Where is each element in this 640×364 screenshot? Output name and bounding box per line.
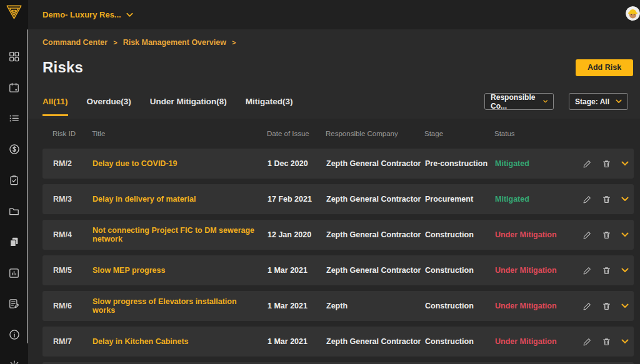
chevron-down-icon <box>126 12 133 17</box>
expand-chevron-icon[interactable] <box>621 339 629 344</box>
edit-pencil-icon[interactable] <box>582 230 592 240</box>
risk-status: Under Mitigation <box>495 337 582 346</box>
risk-status: Under Mitigation <box>495 302 582 310</box>
table-row: RM/7 Delay in Kitchen Cabinets 1 Mar 202… <box>42 327 634 357</box>
risk-id: RM/7 <box>53 337 92 346</box>
delete-trash-icon[interactable] <box>602 159 611 169</box>
page-title: Risks <box>42 59 83 76</box>
documents-icon[interactable] <box>0 227 28 258</box>
risks-table: Risk ID Title Date of Issue Responsible … <box>28 119 640 364</box>
risk-title-link[interactable]: Delay in delivery of material <box>92 195 268 204</box>
risk-status: Under Mitigation <box>495 266 582 275</box>
risk-company: Zepth General Contractor <box>326 337 425 346</box>
delete-trash-icon[interactable] <box>602 337 611 347</box>
risk-id: RM/3 <box>53 195 92 204</box>
row-actions <box>582 302 629 311</box>
risk-stage: Construction <box>425 337 495 346</box>
stage-select-label: Stage: All <box>575 97 609 106</box>
risk-date: 1 Dec 2020 <box>268 159 326 168</box>
sidebar-scrollbar[interactable] <box>27 29 28 343</box>
risk-date: 12 Jan 2020 <box>268 230 326 239</box>
delete-trash-icon[interactable] <box>602 266 611 275</box>
dashboard-icon[interactable] <box>0 41 28 72</box>
finance-icon[interactable] <box>0 134 28 165</box>
tabs-row: All(11) Overdue(3) Under Mitigation(8) M… <box>42 93 628 116</box>
calendar-icon[interactable] <box>0 72 28 104</box>
delete-trash-icon[interactable] <box>602 302 611 311</box>
expand-chevron-icon[interactable] <box>621 303 629 308</box>
edit-pencil-icon[interactable] <box>582 302 592 311</box>
risk-stage: Pre-construction <box>425 159 495 168</box>
col-date-of-issue: Date of Issue <box>267 130 326 137</box>
row-actions <box>582 195 629 204</box>
chevron-down-icon <box>616 99 622 104</box>
folder-icon[interactable] <box>0 196 28 227</box>
risk-company: Zepth <box>326 302 425 310</box>
risk-company: Zepth General Contractor <box>326 195 425 204</box>
sidebar-nav <box>0 41 28 364</box>
list-icon[interactable] <box>0 103 28 134</box>
breadcrumb-command-center[interactable]: Command Center <box>42 38 108 47</box>
breadcrumb: Command Center > Risk Management Overvie… <box>42 38 236 47</box>
add-risk-button[interactable]: Add Risk <box>576 59 633 76</box>
risk-title-link[interactable]: Not connecting Project FIC to DM sewerag… <box>92 226 268 243</box>
risk-title-link[interactable]: Delay in Kitchen Cabinets <box>92 337 268 346</box>
row-actions <box>582 337 629 347</box>
reports-icon[interactable] <box>0 258 28 289</box>
risk-id: RM/4 <box>53 230 92 239</box>
edit-pencil-icon[interactable] <box>582 159 592 169</box>
risk-stage: Construction <box>425 266 495 275</box>
risk-date: 1 Mar 2021 <box>268 337 326 346</box>
edit-pencil-icon[interactable] <box>582 337 592 347</box>
breadcrumb-risk-management[interactable]: Risk Management Overview <box>123 38 226 47</box>
responsible-company-select[interactable]: Responsible Co... <box>484 93 554 110</box>
main-content: Command Center > Risk Management Overvie… <box>28 29 640 364</box>
expand-chevron-icon[interactable] <box>621 161 629 166</box>
project-selector-label: Demo- Luxury Res... <box>42 10 121 19</box>
row-actions <box>582 266 629 275</box>
risk-title-link[interactable]: Delay due to COVID-19 <box>92 159 268 168</box>
col-title: Title <box>92 130 267 137</box>
table-row: RM/3 Delay in delivery of material 17 Fe… <box>42 184 634 214</box>
delete-trash-icon[interactable] <box>602 195 611 204</box>
tab-overdue[interactable]: Overdue(3) <box>87 93 131 116</box>
title-row: Risks Add Risk <box>42 57 633 78</box>
table-row: RM/2 Delay due to COVID-19 1 Dec 2020 Ze… <box>42 149 634 179</box>
tasks-icon[interactable] <box>0 165 28 196</box>
risk-date: 1 Mar 2021 <box>268 302 326 310</box>
risk-id: RM/5 <box>53 266 92 275</box>
expand-chevron-icon[interactable] <box>621 268 629 273</box>
col-status: Status <box>494 130 582 137</box>
risk-id: RM/6 <box>53 302 92 310</box>
col-risk-id: Risk ID <box>52 130 92 137</box>
risk-date: 1 Mar 2021 <box>268 266 326 275</box>
risk-title-link[interactable]: Slow progress of Elevators installation … <box>92 297 268 315</box>
info-icon[interactable] <box>0 320 28 351</box>
settings-icon[interactable] <box>0 350 28 364</box>
filters: Responsible Co... Stage: All <box>484 93 628 110</box>
project-selector[interactable]: Demo- Luxury Res... <box>42 10 133 19</box>
expand-chevron-icon[interactable] <box>621 232 629 237</box>
notes-icon[interactable] <box>0 288 28 320</box>
tabs: All(11) Overdue(3) Under Mitigation(8) M… <box>42 93 293 116</box>
risk-company: Zepth General Contractor <box>326 230 425 239</box>
stage-select[interactable]: Stage: All <box>569 93 628 110</box>
risk-company: Zepth General Contractor <box>326 159 425 168</box>
tab-mitigated[interactable]: Mitigated(3) <box>246 93 293 116</box>
sidebar <box>0 0 28 364</box>
construction-worker-avatar[interactable] <box>626 6 640 21</box>
delete-trash-icon[interactable] <box>602 230 611 240</box>
breadcrumb-separator: > <box>113 39 117 46</box>
expand-chevron-icon[interactable] <box>621 197 629 202</box>
tab-under-mitigation[interactable]: Under Mitigation(8) <box>150 93 227 116</box>
table-row: RM/5 Slow MEP progress 1 Mar 2021 Zepth … <box>42 255 634 285</box>
zepth-triangle-logo[interactable] <box>0 4 28 20</box>
risk-title-link[interactable]: Slow MEP progress <box>92 266 268 275</box>
risk-date: 17 Feb 2021 <box>268 195 326 204</box>
responsible-company-select-label: Responsible Co... <box>491 93 537 111</box>
tab-all[interactable]: All(11) <box>42 93 68 116</box>
edit-pencil-icon[interactable] <box>582 266 592 275</box>
table-body: RM/2 Delay due to COVID-19 1 Dec 2020 Ze… <box>28 149 640 364</box>
edit-pencil-icon[interactable] <box>582 195 592 204</box>
row-actions <box>582 230 629 240</box>
